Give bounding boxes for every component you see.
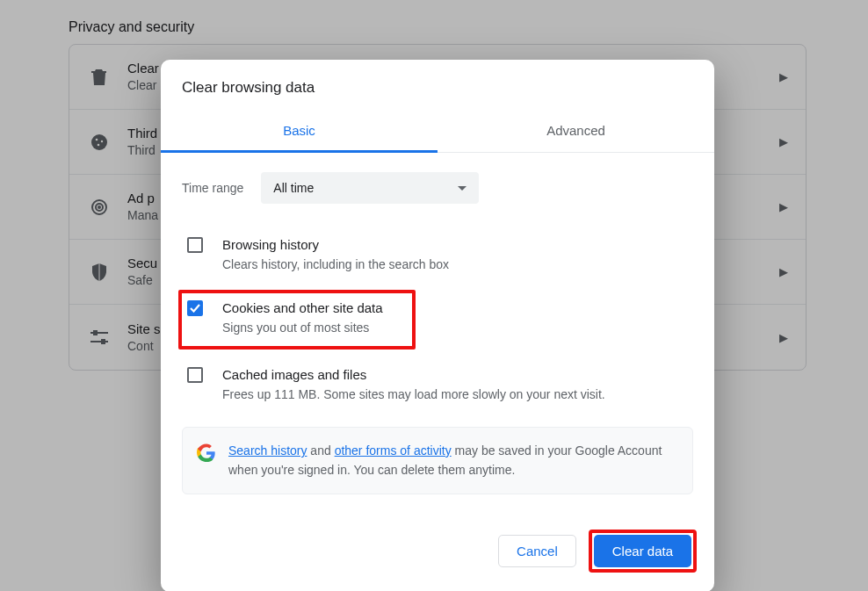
time-range-label: Time range bbox=[182, 181, 243, 195]
link-search-history[interactable]: Search history bbox=[228, 443, 307, 458]
checkbox[interactable] bbox=[187, 300, 203, 316]
clear-data-button[interactable]: Clear data bbox=[594, 535, 691, 567]
google-account-info: Search history and other forms of activi… bbox=[182, 427, 693, 494]
cancel-button[interactable]: Cancel bbox=[498, 535, 576, 567]
option-title: Browsing history bbox=[222, 235, 449, 254]
option-sub: Frees up 111 MB. Some sites may load mor… bbox=[222, 386, 605, 404]
dialog-footer: Cancel Clear data bbox=[161, 514, 714, 591]
clear-data-highlight: Clear data bbox=[589, 530, 697, 573]
tab-basic[interactable]: Basic bbox=[161, 112, 438, 153]
google-g-icon bbox=[197, 443, 216, 463]
caret-down-icon bbox=[458, 186, 467, 191]
option-cached[interactable]: Cached images and files Frees up 111 MB.… bbox=[182, 357, 693, 420]
checkbox[interactable] bbox=[187, 237, 203, 253]
option-browsing-history[interactable]: Browsing history Clears history, includi… bbox=[182, 227, 693, 290]
option-title: Cached images and files bbox=[222, 365, 605, 384]
time-range-value: All time bbox=[273, 181, 314, 195]
time-range-row: Time range All time bbox=[182, 172, 693, 204]
option-sub: Signs you out of most sites bbox=[222, 319, 383, 337]
dialog-body: Time range All time Browsing history Cle… bbox=[161, 153, 714, 514]
checkbox[interactable] bbox=[187, 367, 203, 383]
google-account-info-text: Search history and other forms of activi… bbox=[228, 442, 678, 479]
dialog-title: Clear browsing data bbox=[161, 60, 714, 112]
option-sub: Clears history, including in the search … bbox=[222, 256, 449, 274]
clear-browsing-data-dialog: Clear browsing data Basic Advanced Time … bbox=[161, 60, 714, 591]
tab-advanced[interactable]: Advanced bbox=[438, 112, 714, 152]
dialog-tabs: Basic Advanced bbox=[161, 112, 714, 153]
link-other-activity[interactable]: other forms of activity bbox=[335, 443, 452, 458]
option-title: Cookies and other site data bbox=[222, 299, 383, 317]
time-range-select[interactable]: All time bbox=[261, 172, 479, 204]
option-cookies[interactable]: Cookies and other site data Signs you ou… bbox=[178, 290, 416, 350]
